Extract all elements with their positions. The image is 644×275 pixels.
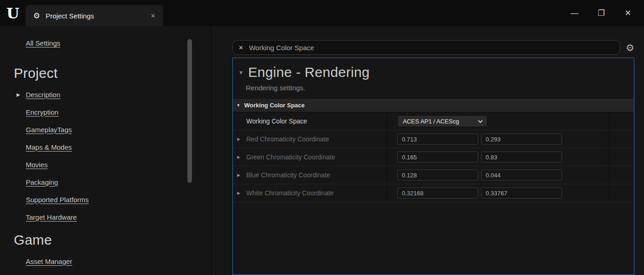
- sidebar-item-gameplaytags[interactable]: GameplayTags: [26, 121, 211, 138]
- row-label-cell: ▶ Blue Chromaticity Coordinate: [233, 166, 387, 184]
- row-value-cell: [387, 184, 608, 202]
- row-reset-cell: [608, 130, 634, 148]
- blue-chromaticity-y-input[interactable]: [481, 170, 562, 181]
- game-section-list: Asset Manager: [26, 252, 211, 270]
- row-reset-cell: [608, 184, 634, 202]
- clear-search-icon[interactable]: ✕: [238, 44, 244, 51]
- row-green-chromaticity: ▶ Green Chromaticity Coordinate: [233, 148, 634, 166]
- row-value-cell: [387, 130, 608, 148]
- project-settings-window: U ⚙ Project Settings ✕ — ❐ ✕ All Setting…: [0, 0, 644, 275]
- sidebar-item-target-hardware[interactable]: Target Hardware: [26, 208, 211, 226]
- white-chromaticity-x-input[interactable]: [397, 187, 478, 199]
- project-settings-icon: ⚙: [33, 12, 40, 20]
- tab-close-icon[interactable]: ✕: [151, 12, 156, 19]
- dropdown-value: ACES AP1 / ACEScg: [403, 118, 459, 125]
- settings-gear-icon[interactable]: ⚙: [626, 43, 634, 53]
- row-value-cell: ACES AP1 / ACEScg: [387, 112, 608, 130]
- row-blue-chromaticity: ▶ Blue Chromaticity Coordinate: [233, 166, 634, 184]
- row-reset-cell: [608, 112, 634, 130]
- row-label-cell: ▶ Red Chromaticity Coordinate: [233, 130, 387, 148]
- search-box[interactable]: ✕: [232, 40, 620, 55]
- section-subtitle: Rendering settings.: [233, 81, 634, 98]
- sidebar-scrollbar[interactable]: [187, 39, 192, 183]
- titlebar: U ⚙ Project Settings ✕ — ❐ ✕: [0, 0, 644, 26]
- blue-chromaticity-x-input[interactable]: [397, 170, 478, 181]
- sidebar-item-movies[interactable]: Movies: [26, 156, 211, 173]
- minimize-button[interactable]: —: [561, 0, 588, 26]
- white-chromaticity-y-input[interactable]: [481, 187, 562, 199]
- sidebar-section-project: Project: [14, 65, 211, 81]
- project-section-list: ▶ Description Encryption GameplayTags Ma…: [26, 86, 211, 226]
- row-label: Green Chromaticity Coordinate: [246, 153, 335, 161]
- app-body: All Settings Project ▶ Description Encry…: [0, 26, 644, 275]
- sidebar-item-maps-modes[interactable]: Maps & Modes: [26, 138, 211, 156]
- unreal-engine-logo-icon: U: [0, 0, 26, 26]
- row-red-chromaticity: ▶ Red Chromaticity Coordinate: [233, 130, 634, 148]
- green-chromaticity-y-input[interactable]: [481, 152, 562, 163]
- sidebar-item-asset-manager[interactable]: Asset Manager: [26, 252, 211, 270]
- sidebar-item-supported-platforms[interactable]: Supported Platforms: [26, 191, 211, 208]
- sidebar-item-description[interactable]: ▶ Description: [26, 86, 211, 103]
- tab-project-settings[interactable]: ⚙ Project Settings ✕: [26, 5, 163, 26]
- row-reset-cell: [608, 166, 634, 184]
- collapse-section-icon[interactable]: ▾: [239, 69, 243, 76]
- row-label: Red Chromaticity Coordinate: [246, 135, 329, 143]
- close-button[interactable]: ✕: [615, 0, 641, 26]
- row-value-cell: [387, 166, 608, 184]
- row-label: Working Color Space: [246, 117, 307, 125]
- red-chromaticity-x-input[interactable]: [397, 134, 478, 145]
- sidebar-item-encryption[interactable]: Encryption: [26, 103, 211, 121]
- row-label-cell: ▶ White Chromaticity Coordinate: [233, 184, 387, 202]
- green-chromaticity-x-input[interactable]: [397, 152, 478, 163]
- expand-row-icon[interactable]: ▶: [237, 137, 242, 141]
- expand-row-icon[interactable]: ▶: [237, 173, 242, 177]
- row-label-cell: ▶ Working Color Space: [233, 112, 387, 130]
- row-label-cell: ▶ Green Chromaticity Coordinate: [233, 148, 387, 166]
- settings-rows: ▶ Working Color Space ACES AP1 / ACEScg: [233, 112, 634, 202]
- tab-title: Project Settings: [46, 12, 145, 20]
- chevron-down-icon: [478, 118, 483, 123]
- red-chromaticity-y-input[interactable]: [481, 134, 562, 145]
- sidebar-section-game: Game: [14, 232, 211, 248]
- section-header: ▾ Engine - Rendering: [233, 58, 634, 81]
- row-reset-cell: [608, 148, 634, 166]
- settings-sidebar: All Settings Project ▶ Description Encry…: [0, 26, 212, 275]
- sidebar-item-all-settings[interactable]: All Settings: [26, 39, 60, 47]
- row-label: Blue Chromaticity Coordinate: [246, 171, 330, 179]
- window-controls: — ❐ ✕: [561, 0, 644, 26]
- row-value-cell: [387, 148, 608, 166]
- expand-row-icon[interactable]: ▶: [237, 155, 242, 159]
- row-label: White Chromaticity Coordinate: [246, 189, 334, 197]
- row-working-color-space: ▶ Working Color Space ACES AP1 / ACEScg: [233, 112, 634, 130]
- category-working-color-space[interactable]: ▾ Working Color Space: [233, 98, 634, 112]
- category-label: Working Color Space: [244, 102, 305, 109]
- expand-row-icon[interactable]: ▶: [237, 191, 242, 195]
- section-title: Engine - Rendering: [248, 64, 370, 80]
- collapse-category-icon[interactable]: ▾: [237, 102, 240, 108]
- selected-item-arrow-icon: ▶: [17, 92, 20, 97]
- settings-content: ✕ ⚙ ▾ Engine - Rendering Rendering setti…: [212, 26, 644, 275]
- search-row: ✕ ⚙: [232, 40, 634, 55]
- maximize-button[interactable]: ❐: [588, 0, 615, 26]
- search-input[interactable]: [249, 44, 614, 52]
- engine-rendering-panel: ▾ Engine - Rendering Rendering settings.…: [232, 58, 634, 275]
- row-white-chromaticity: ▶ White Chromaticity Coordinate: [233, 184, 634, 202]
- sidebar-item-packaging[interactable]: Packaging: [26, 173, 211, 191]
- working-color-space-dropdown[interactable]: ACES AP1 / ACEScg: [397, 115, 487, 127]
